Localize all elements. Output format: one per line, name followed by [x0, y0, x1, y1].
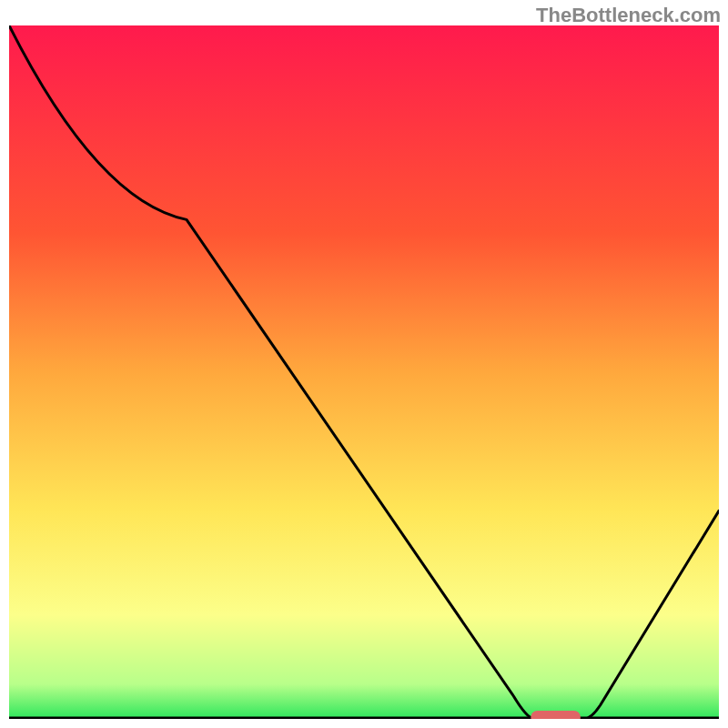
- plot-area: [9, 25, 719, 719]
- chart-svg: [9, 25, 719, 719]
- gradient-background: [9, 25, 719, 719]
- optimal-marker: [531, 711, 581, 719]
- chart-container: TheBottleneck.com: [0, 0, 728, 728]
- watermark-text: TheBottleneck.com: [536, 4, 721, 27]
